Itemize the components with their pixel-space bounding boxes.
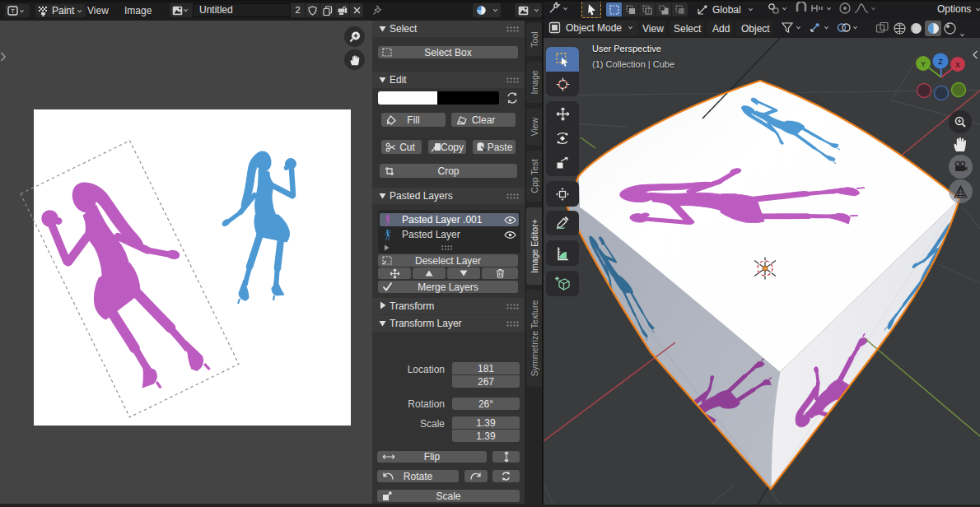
svg-text:Image Editor+: Image Editor+ <box>530 219 539 273</box>
svg-text:View: View <box>530 117 539 136</box>
svg-text:Z: Z <box>938 58 943 66</box>
svg-text:Symmetrize Texture: Symmetrize Texture <box>530 300 539 377</box>
svg-text:Y: Y <box>921 60 926 68</box>
svg-text:Tool: Tool <box>530 31 539 47</box>
svg-text:X: X <box>955 61 960 69</box>
svg-text:Cpp Test: Cpp Test <box>530 159 539 193</box>
svg-text:Image: Image <box>530 70 539 94</box>
svg-text:T: T <box>11 7 15 15</box>
